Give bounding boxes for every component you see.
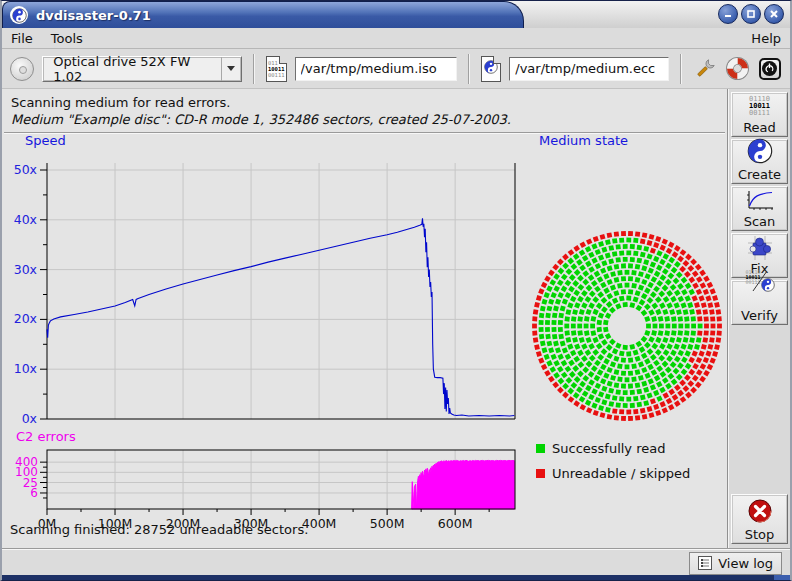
- legend-label: Unreadable / skipped: [552, 466, 690, 481]
- statusbar: View log: [2, 548, 790, 577]
- log-list-icon: [698, 556, 712, 570]
- svg-text:50x: 50x: [14, 162, 37, 177]
- legend-label: Successfully read: [552, 441, 665, 456]
- status-message: Scanning medium for read errors.: [11, 95, 230, 110]
- read-button[interactable]: 011101001100111 Read: [731, 92, 788, 137]
- toolbar-separator: [253, 54, 255, 84]
- svg-text:500M: 500M: [370, 516, 405, 531]
- app-yinyang-icon: [10, 6, 28, 24]
- window-bottom-edge: [2, 575, 790, 580]
- create-button[interactable]: Create: [731, 139, 788, 184]
- verify-button-label: Verify: [741, 308, 778, 323]
- svg-text:0x: 0x: [22, 411, 37, 426]
- c2-chart-title: C2 errors: [16, 429, 76, 444]
- action-sidebar: 011101001100111 Read Create Scan: [728, 89, 790, 548]
- window-title: dvdisaster-0.71: [36, 8, 151, 23]
- menu-file[interactable]: File: [2, 29, 42, 48]
- scan-result-message: Scanning finished: 28752 unreadable sect…: [10, 522, 308, 537]
- medium-state-title: Medium state: [539, 133, 628, 148]
- minimize-button[interactable]: [718, 4, 738, 24]
- scan-chart-icon: [746, 187, 774, 214]
- svg-text:20x: 20x: [14, 311, 37, 326]
- app-window: dvdisaster-0.71 File Tools Help Optical …: [0, 0, 792, 581]
- speed-chart-title: Speed: [25, 133, 66, 148]
- menu-tools[interactable]: Tools: [42, 29, 92, 48]
- view-log-label: View log: [718, 556, 773, 571]
- titlebar-tab[interactable]: dvdisaster-0.71: [2, 1, 524, 28]
- menu-help[interactable]: Help: [742, 29, 790, 48]
- stop-icon: [747, 495, 773, 527]
- ecc-file-icon: [481, 56, 502, 82]
- svg-text:40x: 40x: [14, 212, 37, 227]
- puzzle-icon: [747, 234, 773, 261]
- quit-power-icon[interactable]: [758, 56, 782, 82]
- verify-button[interactable]: 011101001100111 Verify: [731, 280, 788, 325]
- scan-button[interactable]: Scan: [731, 186, 788, 231]
- drive-icon[interactable]: [10, 56, 34, 82]
- green-swatch: [536, 444, 545, 453]
- scan-button-label: Scan: [744, 214, 776, 229]
- drive-selector[interactable]: Optical drive 52X FW 1.02: [42, 56, 242, 82]
- maximize-button[interactable]: [741, 4, 761, 24]
- main-panel: 0x10x20x30x40x50x4001002560M100M200M300M…: [2, 89, 729, 548]
- toolbar-separator: [680, 54, 682, 84]
- menubar: File Tools Help: [2, 28, 790, 49]
- yinyang-icon: [747, 138, 773, 167]
- read-button-label: Read: [743, 120, 776, 135]
- svg-text:30x: 30x: [14, 262, 37, 277]
- medium-info: Medium "Example disc": CD-R mode 1, 3524…: [11, 112, 511, 127]
- close-button[interactable]: [764, 4, 784, 24]
- iso-file-icon: 0111001100111: [266, 56, 287, 82]
- toolbar-separator: [468, 54, 470, 84]
- view-log-button[interactable]: View log: [689, 552, 782, 575]
- preferences-wrench-icon[interactable]: [693, 56, 717, 82]
- help-lifebuoy-icon[interactable]: [725, 56, 749, 82]
- svg-text:6: 6: [30, 486, 38, 500]
- chevron-down-icon: [221, 57, 241, 81]
- binary-read-icon: 011101001100111: [749, 96, 770, 117]
- stop-button-label: Stop: [745, 527, 775, 542]
- legend-item-read: Successfully read: [536, 441, 665, 456]
- titlebar: dvdisaster-0.71: [2, 1, 790, 28]
- drive-selector-value: Optical drive 52X FW 1.02: [43, 54, 220, 84]
- red-swatch: [536, 469, 545, 478]
- legend-item-unreadable: Unreadable / skipped: [536, 466, 690, 481]
- image-file-input[interactable]: [295, 57, 457, 81]
- resize-grip[interactable]: [774, 575, 790, 580]
- toolbar: Optical drive 52X FW 1.02 0111001100111: [2, 49, 790, 89]
- svg-text:10x: 10x: [14, 361, 37, 376]
- create-button-label: Create: [738, 167, 781, 182]
- svg-text:600M: 600M: [438, 516, 473, 531]
- stop-button[interactable]: Stop: [731, 494, 788, 544]
- ecc-file-input[interactable]: [509, 57, 669, 81]
